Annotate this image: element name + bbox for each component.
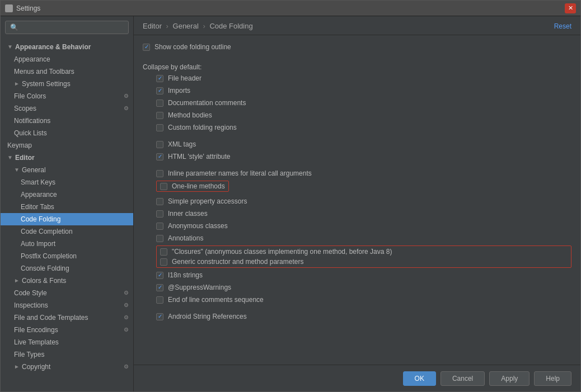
custom-folding-checkbox[interactable] — [156, 124, 163, 131]
sidebar-item-editor[interactable]: ▼ Editor — [1, 152, 133, 164]
collapse-default-label: Collapse by default: — [143, 63, 571, 71]
sidebar-item-postfix-completion[interactable]: Postfix Completion — [1, 250, 133, 262]
gear-icon: ⚙ — [124, 362, 133, 372]
eol-comments-checkbox[interactable] — [156, 296, 163, 304]
sidebar-item-colors-fonts[interactable]: ► Colors & Fonts — [1, 275, 133, 287]
window-title: Settings — [16, 4, 40, 12]
sidebar-item-label: Code Folding — [21, 214, 60, 224]
sidebar-item-appearance2[interactable]: Appearance — [1, 188, 133, 201]
footer: OK Cancel Apply Help — [134, 365, 580, 391]
generic-constructor-checkbox[interactable] — [160, 258, 167, 266]
sidebar-item-editor-tabs[interactable]: Editor Tabs — [1, 201, 133, 213]
sidebar-item-live-templates[interactable]: Live Templates — [1, 336, 133, 348]
eol-comments-row: End of line comments sequence — [156, 295, 571, 305]
inner-classes-checkbox[interactable] — [156, 210, 163, 218]
sidebar-item-keymap[interactable]: Keymap — [1, 139, 133, 152]
gear-icon: ⚙ — [124, 103, 133, 114]
inline-params-checkbox[interactable] — [156, 170, 163, 177]
sidebar-item-console-folding[interactable]: Console Folding — [1, 262, 133, 275]
imports-row: Imports — [156, 86, 571, 96]
custom-folding-row: Custom folding regions — [156, 122, 571, 133]
sidebar-item-notifications[interactable]: Notifications — [1, 115, 133, 127]
gear-icon: ⚙ — [124, 288, 133, 298]
sidebar-item-label: Code Completion — [21, 226, 73, 237]
cancel-button[interactable]: Cancel — [441, 371, 485, 386]
show-outline-label[interactable]: Show code folding outline — [154, 43, 231, 51]
sidebar-item-system-settings[interactable]: ► System Settings — [1, 78, 133, 90]
sidebar-item-label: Appearance — [14, 54, 50, 64]
sidebar-item-appearance[interactable]: Appearance — [1, 53, 133, 65]
sidebar-item-label: File Colors — [14, 91, 46, 101]
help-button[interactable]: Help — [534, 371, 571, 386]
show-outline-checkbox[interactable] — [143, 44, 150, 51]
search-input[interactable] — [22, 23, 124, 31]
search-box[interactable]: 🔍 — [5, 21, 129, 34]
apply-button[interactable]: Apply — [489, 371, 530, 386]
sidebar-item-menus-toolbars[interactable]: Menus and Toolbars — [1, 65, 133, 78]
android-string-label: Android String References — [168, 313, 247, 320]
sidebar-item-label: System Settings — [22, 79, 71, 89]
doc-comments-checkbox[interactable] — [156, 100, 163, 107]
sidebar-item-label: Auto Import — [21, 239, 55, 249]
closures-checkbox[interactable] — [160, 248, 167, 256]
sidebar-item-label: Appearance & Behavior — [15, 42, 91, 52]
sidebar-item-appearance-behavior[interactable]: ▼ Appearance & Behavior — [1, 41, 133, 53]
simple-property-row: Simple property accessors — [156, 196, 571, 206]
sidebar-item-scopes[interactable]: Scopes ⚙ — [1, 102, 133, 115]
sidebar-item-label: Editor Tabs — [21, 202, 54, 212]
sidebar-item-file-encodings[interactable]: File Encodings ⚙ — [1, 324, 133, 336]
method-bodies-row: Method bodies — [156, 110, 571, 120]
inner-classes-label: Inner classes — [168, 210, 208, 218]
sidebar-item-file-types[interactable]: File Types — [1, 348, 133, 361]
sidebar-item-label: Colors & Fonts — [22, 276, 66, 286]
close-button[interactable]: ✕ — [565, 3, 576, 13]
one-line-methods-row: One-line methods — [156, 181, 571, 194]
sidebar-item-label: Postfix Completion — [21, 251, 77, 261]
suppress-warnings-row: @SuppressWarnings — [156, 282, 571, 292]
sidebar-item-label: Appearance — [21, 190, 57, 200]
ok-button[interactable]: OK — [403, 371, 436, 386]
breadcrumb-part-general: General — [173, 22, 199, 30]
sidebar-item-code-folding[interactable]: Code Folding — [1, 213, 133, 225]
html-style-checkbox[interactable] — [156, 153, 163, 160]
imports-checkbox[interactable] — [156, 87, 163, 95]
one-line-methods-checkbox[interactable] — [160, 183, 167, 190]
imports-label: Imports — [168, 87, 190, 95]
gear-icon: ⚙ — [124, 325, 133, 335]
sidebar-item-label: Menus and Toolbars — [14, 67, 74, 77]
breadcrumb-sep1: › — [166, 22, 171, 30]
sidebar-item-auto-import[interactable]: Auto Import — [1, 238, 133, 250]
i18n-checkbox[interactable] — [156, 272, 163, 279]
closures-row: "Closures" (anonymous classes implementi… — [160, 248, 568, 256]
sidebar-item-general[interactable]: ▼ General — [1, 164, 133, 176]
anonymous-classes-checkbox[interactable] — [156, 223, 163, 230]
sidebar-tree: ▼ Appearance & Behavior Appearance Menus… — [1, 39, 133, 391]
sidebar-item-inspections[interactable]: Inspections ⚙ — [1, 299, 133, 311]
sidebar-item-file-code-templates[interactable]: File and Code Templates ⚙ — [1, 311, 133, 324]
method-bodies-checkbox[interactable] — [156, 112, 163, 119]
collapse-arrow: ► — [14, 276, 21, 286]
sidebar-item-label: Scopes — [14, 103, 36, 114]
breadcrumb: Editor › General › Code Folding — [143, 22, 253, 30]
sidebar-item-code-style[interactable]: Code Style ⚙ — [1, 287, 133, 299]
suppress-warnings-checkbox[interactable] — [156, 284, 163, 291]
sidebar-item-label: Quick Lists — [14, 128, 47, 138]
reset-button[interactable]: Reset — [554, 22, 571, 30]
sidebar-item-file-colors[interactable]: File Colors ⚙ — [1, 90, 133, 102]
title-bar-left: Settings — [5, 4, 40, 12]
sidebar-item-smart-keys[interactable]: Smart Keys — [1, 176, 133, 188]
sidebar-item-code-completion[interactable]: Code Completion — [1, 225, 133, 238]
collapse-arrow: ▼ — [7, 153, 14, 163]
eol-comments-label: End of line comments sequence — [168, 296, 264, 304]
sidebar-item-copyright[interactable]: ► Copyright ⚙ — [1, 361, 133, 373]
sidebar-item-quick-lists[interactable]: Quick Lists — [1, 127, 133, 139]
simple-property-checkbox[interactable] — [156, 198, 163, 205]
xml-tags-checkbox[interactable] — [156, 141, 163, 148]
title-bar: Settings ✕ — [1, 1, 580, 16]
sidebar-item-label: Inspections — [14, 300, 48, 310]
gear-icon: ⚙ — [124, 91, 133, 101]
annotations-checkbox[interactable] — [156, 235, 163, 242]
android-string-checkbox[interactable] — [156, 313, 163, 320]
file-header-checkbox[interactable] — [156, 75, 163, 82]
gear-icon: ⚙ — [124, 300, 133, 310]
